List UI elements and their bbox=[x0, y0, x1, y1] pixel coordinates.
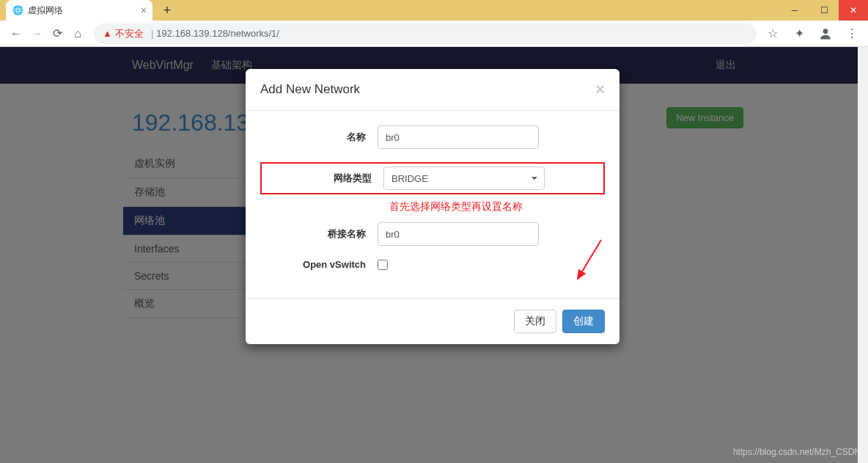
tab-favicon-icon: 🌐 bbox=[12, 4, 23, 16]
profile-icon[interactable] bbox=[815, 23, 836, 44]
insecure-label: 不安全 bbox=[115, 27, 144, 40]
modal-header: Add New Network × bbox=[246, 69, 619, 111]
create-button[interactable]: 创建 bbox=[562, 310, 605, 333]
name-label: 名称 bbox=[260, 131, 378, 144]
window-close-button[interactable]: ✕ bbox=[839, 0, 868, 21]
extensions-icon[interactable]: ✦ bbox=[789, 23, 809, 44]
browser-toolbar: ← → ⟳ ⌂ ▲ 不安全 | 192.168.139.128/networks… bbox=[0, 21, 868, 47]
warning-icon: ▲ bbox=[103, 28, 112, 39]
viewport: WebVirtMgr 基础架构 退出 192.168.139 New Insta… bbox=[0, 47, 868, 463]
browser-titlebar: 🌐 虚拟网络 × + ─ ☐ ✕ bbox=[0, 0, 868, 21]
insecure-badge: ▲ 不安全 bbox=[103, 27, 144, 40]
form-row-type: 网络类型 BRIDGE bbox=[260, 162, 605, 194]
reload-button[interactable]: ⟳ bbox=[47, 23, 67, 44]
close-button[interactable]: 关闭 bbox=[514, 310, 556, 333]
maximize-button[interactable]: ☐ bbox=[809, 0, 839, 21]
modal-title: Add New Network bbox=[260, 82, 360, 97]
forward-button[interactable]: → bbox=[26, 23, 47, 44]
tab-close-icon[interactable]: × bbox=[141, 4, 147, 16]
star-icon[interactable]: ☆ bbox=[762, 23, 783, 44]
add-network-modal: Add New Network × 名称 网络类型 BRIDGE 首先选择网络类… bbox=[246, 69, 619, 344]
new-tab-button[interactable]: + bbox=[158, 3, 176, 18]
bridge-input[interactable] bbox=[378, 222, 539, 246]
form-row-ovs: Open vSwitch bbox=[260, 259, 605, 270]
address-bar[interactable]: ▲ 不安全 | 192.168.139.128/networks/1/ bbox=[94, 23, 757, 44]
url-text: 192.168.139.128/networks/1/ bbox=[156, 28, 279, 39]
browser-tab[interactable]: 🌐 虚拟网络 × bbox=[6, 0, 152, 21]
modal-body: 名称 网络类型 BRIDGE 首先选择网络类型再设置名称 桥接名称 Open v… bbox=[246, 111, 619, 298]
url-separator: | bbox=[151, 28, 153, 39]
type-label: 网络类型 bbox=[266, 172, 383, 185]
menu-icon[interactable]: ⋮ bbox=[842, 23, 862, 44]
name-input[interactable] bbox=[378, 125, 539, 149]
scrollbar[interactable] bbox=[858, 47, 868, 463]
window-controls: ─ ☐ ✕ bbox=[780, 0, 868, 21]
tab-title: 虚拟网络 bbox=[28, 4, 138, 17]
form-row-name: 名称 bbox=[260, 125, 605, 149]
svg-point-0 bbox=[823, 29, 828, 34]
annotation-text: 首先选择网络类型再设置名称 bbox=[389, 200, 605, 214]
type-select[interactable]: BRIDGE bbox=[383, 167, 545, 190]
ovs-label: Open vSwitch bbox=[260, 259, 378, 270]
back-button[interactable]: ← bbox=[6, 23, 26, 44]
ovs-checkbox[interactable] bbox=[378, 260, 388, 270]
modal-footer: 关闭 创建 bbox=[246, 298, 619, 344]
home-button[interactable]: ⌂ bbox=[67, 23, 88, 44]
form-row-bridge: 桥接名称 bbox=[260, 222, 605, 246]
bridge-label: 桥接名称 bbox=[260, 227, 378, 241]
watermark: https://blog.csdn.net/Mzh_CSDN bbox=[733, 447, 861, 457]
minimize-button[interactable]: ─ bbox=[780, 0, 809, 21]
modal-close-icon[interactable]: × bbox=[595, 80, 605, 99]
